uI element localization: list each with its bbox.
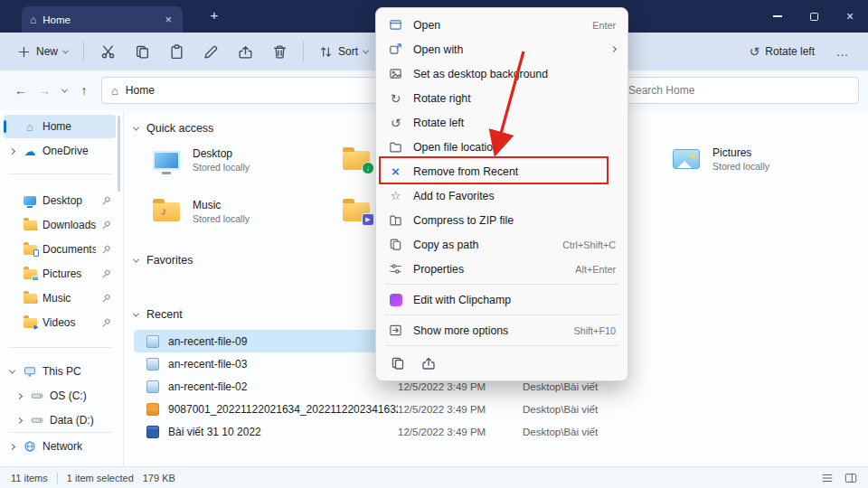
rotate-right-icon: ↻ bbox=[391, 92, 401, 105]
sidebar-item-pictures[interactable]: Pictures bbox=[4, 262, 116, 286]
list-view-icon[interactable] bbox=[821, 472, 834, 484]
up-button[interactable]: ↑ bbox=[72, 83, 96, 98]
back-button[interactable]: ← bbox=[9, 83, 33, 98]
pane-divider bbox=[123, 110, 124, 466]
sidebar-item-network[interactable]: Network bbox=[4, 435, 116, 458]
network-globe-icon bbox=[24, 440, 36, 453]
chevron-down-icon bbox=[9, 367, 15, 373]
tile-detail: Stored locally bbox=[193, 213, 250, 224]
pin-icon bbox=[101, 318, 111, 328]
pin-icon bbox=[101, 245, 111, 255]
quick-access-tile-pictures[interactable]: Pictures Stored locally bbox=[665, 139, 845, 179]
submenu-chevron-icon bbox=[610, 46, 617, 52]
new-button[interactable]: New bbox=[9, 41, 76, 63]
explorer-tab-home[interactable]: ⌂ Home × bbox=[22, 6, 183, 33]
minimize-icon bbox=[773, 15, 782, 16]
maximize-icon bbox=[810, 13, 818, 21]
paste-button[interactable] bbox=[160, 38, 193, 65]
sidebar-item-os-c[interactable]: OS (C:) bbox=[4, 384, 116, 408]
minimize-button[interactable] bbox=[760, 0, 796, 33]
sidebar-item-label: Downloads bbox=[42, 219, 96, 231]
drive-icon bbox=[31, 414, 43, 427]
file-name: Bài viết 31 10 2022 bbox=[168, 426, 398, 438]
forward-button[interactable]: → bbox=[33, 83, 56, 98]
menu-item-properties[interactable]: Properties Alt+Enter bbox=[376, 257, 627, 281]
copy-icon-button[interactable] bbox=[385, 352, 410, 375]
delete-button[interactable] bbox=[263, 38, 296, 65]
copy-button[interactable] bbox=[126, 38, 158, 65]
menu-item-copy-as-path[interactable]: Copy as path Ctrl+Shift+C bbox=[376, 232, 627, 257]
search-input[interactable] bbox=[618, 77, 859, 104]
delete-icon bbox=[272, 44, 288, 60]
sidebar-item-documents[interactable]: Documents bbox=[4, 238, 116, 261]
tab-close-icon[interactable]: × bbox=[162, 13, 175, 26]
quick-access-section-header[interactable]: Quick access bbox=[134, 121, 213, 136]
rotate-left-label: Rotate left bbox=[765, 45, 815, 58]
close-button[interactable]: × bbox=[832, 0, 868, 33]
sidebar-item-this-pc[interactable]: This PC bbox=[4, 360, 116, 383]
rename-button[interactable] bbox=[194, 38, 227, 65]
window-controls: × bbox=[760, 0, 868, 33]
sidebar-item-videos[interactable]: ▶ Videos bbox=[4, 311, 116, 334]
maximize-button[interactable] bbox=[796, 0, 832, 33]
music-folder-icon: ♪ bbox=[24, 294, 37, 304]
sidebar-scrollbar[interactable] bbox=[118, 116, 120, 192]
sidebar-item-desktop[interactable]: Desktop bbox=[4, 189, 116, 212]
see-more-button[interactable]: … bbox=[826, 38, 859, 65]
menu-divider bbox=[385, 284, 618, 285]
file-row[interactable]: Bài viết 31 10 2022 12/5/2022 3:49 PM De… bbox=[134, 420, 627, 443]
rotate-left-button[interactable]: ↺ Rotate left bbox=[741, 41, 823, 62]
sidebar-divider bbox=[9, 347, 112, 348]
tab-title: Home bbox=[42, 14, 156, 25]
sort-button[interactable]: Sort bbox=[311, 41, 376, 63]
image-file-icon bbox=[146, 380, 159, 393]
breadcrumb[interactable]: Home bbox=[126, 84, 155, 97]
file-row[interactable]: 9087001_20221122021634_20221122023416323… bbox=[134, 398, 627, 420]
menu-item-add-to-favorites[interactable]: ☆ Add to Favorites bbox=[376, 183, 627, 208]
cut-button[interactable] bbox=[91, 38, 124, 65]
recent-locations-button[interactable] bbox=[56, 89, 72, 93]
menu-shortcut: Enter bbox=[592, 20, 616, 31]
toolbar-divider bbox=[83, 42, 84, 61]
annotation-arrow bbox=[479, 43, 552, 163]
file-name: 9087001_20221122021634_20221122023416323… bbox=[168, 403, 398, 416]
menu-item-show-more-options[interactable]: Show more options Shift+F10 bbox=[376, 318, 627, 343]
tile-detail: Stored locally bbox=[193, 162, 250, 173]
sidebar-divider bbox=[9, 174, 112, 174]
sidebar-item-downloads[interactable]: ↓ Downloads bbox=[4, 213, 116, 237]
menu-shortcut: Ctrl+Shift+C bbox=[562, 239, 616, 250]
sidebar-item-music[interactable]: ♪ Music bbox=[4, 286, 116, 310]
share-button[interactable] bbox=[229, 38, 261, 65]
more-options-icon bbox=[389, 324, 402, 337]
sidebar-item-data-d[interactable]: Data (D:) bbox=[4, 408, 116, 432]
quick-access-tile-desktop[interactable]: Desktop Stored locally bbox=[145, 140, 326, 180]
share-icon-button[interactable] bbox=[416, 352, 441, 375]
sidebar-item-onedrive[interactable]: ☁ OneDrive bbox=[4, 139, 116, 163]
menu-divider bbox=[385, 314, 618, 315]
file-path: Desktop\Bài viết bbox=[523, 381, 598, 392]
file-date: 12/5/2022 3:49 PM bbox=[398, 427, 523, 437]
word-file-icon bbox=[146, 426, 159, 438]
drive-icon bbox=[31, 389, 43, 402]
menu-item-compress-to-zip[interactable]: Compress to ZIP file bbox=[376, 208, 627, 232]
recent-section-header[interactable]: Recent bbox=[134, 307, 183, 322]
section-title: Recent bbox=[146, 308, 183, 321]
pin-icon bbox=[101, 294, 111, 304]
sidebar-item-label: Desktop bbox=[42, 194, 96, 207]
section-title: Quick access bbox=[146, 122, 213, 135]
file-name: an-recent-file-09 bbox=[168, 335, 398, 348]
sidebar-item-home[interactable]: ⌂ Home bbox=[4, 115, 116, 138]
navigation-pane: ⌂ Home ☁ OneDrive Desktop ↓ Downloads Do… bbox=[0, 110, 121, 466]
menu-shortcut: Shift+F10 bbox=[573, 325, 616, 336]
new-tab-button[interactable]: + bbox=[204, 7, 224, 23]
videos-folder-icon: ▶ bbox=[343, 202, 370, 221]
menu-item-edit-with-clipchamp[interactable]: Edit with Clipchamp bbox=[376, 287, 627, 312]
image-file-icon bbox=[146, 358, 159, 371]
quick-access-tile-music[interactable]: ♪ Music Stored locally bbox=[145, 192, 326, 231]
new-button-label: New bbox=[36, 45, 58, 58]
favorites-section-header[interactable]: Favorites bbox=[134, 253, 193, 267]
menu-item-label: Show more options bbox=[413, 324, 563, 337]
chevron-down-icon bbox=[133, 310, 139, 316]
menu-item-open[interactable]: Open Enter bbox=[376, 13, 627, 37]
details-pane-icon[interactable] bbox=[844, 472, 857, 484]
